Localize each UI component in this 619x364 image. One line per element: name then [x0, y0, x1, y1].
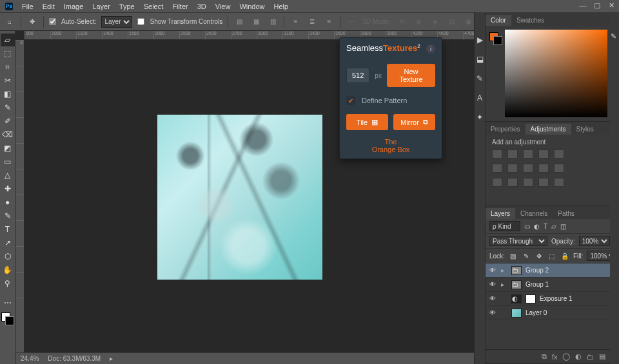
menu-layer[interactable]: Layer — [92, 3, 110, 10]
gradient-tool[interactable]: ◩ — [1, 142, 15, 155]
filter-adj-icon[interactable]: ◐ — [534, 223, 540, 230]
eyedropper-tool[interactable]: ✎ — [1, 101, 15, 114]
adj-invert-icon[interactable] — [492, 178, 502, 187]
tab-paths[interactable]: Paths — [553, 208, 580, 219]
adj-exposure-icon[interactable] — [538, 149, 549, 158]
panel-icon[interactable]: ⬓ — [475, 54, 485, 64]
blend-mode-dropdown[interactable]: Pass Through — [489, 236, 547, 246]
adj-bw-icon[interactable] — [507, 164, 518, 173]
info-icon[interactable]: i — [426, 44, 435, 53]
size-input[interactable]: 512 — [346, 68, 369, 83]
eraser-tool[interactable]: ▭ — [1, 155, 15, 168]
adj-hue-icon[interactable] — [492, 164, 502, 173]
show-transform-checkbox[interactable] — [137, 18, 144, 25]
menu-view[interactable]: View — [215, 3, 231, 10]
adj-gradient-map-icon[interactable] — [538, 178, 549, 187]
tab-color[interactable]: Color — [486, 15, 511, 26]
layer-mask-icon[interactable]: ◯ — [562, 352, 570, 361]
adj-posterize-icon[interactable] — [507, 178, 518, 187]
layer-name[interactable]: Layer 0 — [526, 309, 547, 316]
lock-all-icon[interactable]: 🔒 — [560, 251, 569, 260]
lock-icon[interactable]: ⬚ — [547, 251, 556, 260]
menu-select[interactable]: Select — [144, 3, 164, 10]
menu-file[interactable]: File — [22, 3, 34, 10]
plugin-panel-seamless-textures[interactable]: SeamlessTextures2 i 512 px New Texture ✔… — [339, 37, 442, 159]
home-icon[interactable]: ⌂ — [4, 16, 15, 28]
blur-tool[interactable]: △ — [1, 169, 15, 182]
opacity-input[interactable]: 100% — [579, 236, 610, 246]
lasso-tool[interactable]: ⌗ — [1, 61, 15, 73]
lock-transparent-icon[interactable]: ▨ — [509, 251, 518, 260]
hand-tool[interactable]: ✋ — [1, 263, 15, 276]
layer-filter-input[interactable] — [489, 221, 520, 231]
path-tool[interactable]: ↗ — [1, 236, 15, 249]
layer-name[interactable]: Exposure 1 — [540, 295, 573, 302]
edit-toolbar-icon[interactable]: ⋯ — [1, 296, 15, 309]
new-fill-icon[interactable]: ◐ — [575, 352, 582, 361]
expand-icon[interactable]: ▸ — [501, 267, 507, 274]
visibility-icon[interactable]: 👁 — [489, 267, 497, 274]
lock-pixels-icon[interactable]: ✎ — [522, 251, 531, 260]
tab-swatches[interactable]: Swatches — [511, 15, 549, 26]
visibility-icon[interactable]: 👁 — [489, 281, 497, 288]
mirror-button[interactable]: Mirror⧉ — [393, 114, 435, 130]
brush-panel-icon[interactable]: ✎ — [475, 73, 485, 84]
menu-edit[interactable]: Edit — [43, 3, 55, 10]
dodge-tool[interactable]: ● — [1, 196, 15, 209]
more-icon[interactable]: ⋯ — [346, 16, 357, 28]
menu-filter[interactable]: Filter — [172, 3, 188, 10]
tile-button[interactable]: Tile▦ — [346, 114, 388, 130]
layer-name[interactable]: Group 1 — [526, 281, 549, 288]
adj-threshold-icon[interactable] — [523, 178, 533, 187]
adj-selective-color-icon[interactable] — [554, 178, 564, 187]
character-panel-icon[interactable]: A — [475, 93, 485, 103]
type-tool[interactable]: T — [1, 223, 15, 236]
status-expand-icon[interactable]: ▸ — [110, 355, 113, 362]
menu-image[interactable]: Image — [64, 3, 84, 10]
frame-tool[interactable]: ◧ — [1, 88, 15, 101]
new-texture-button[interactable]: New Texture — [387, 64, 435, 87]
visibility-icon[interactable]: 👁 — [489, 309, 497, 316]
filter-shape-icon[interactable]: ▱ — [551, 223, 556, 230]
adj-photo-filter-icon[interactable] — [523, 164, 533, 173]
filter-pixel-icon[interactable]: ▭ — [524, 223, 530, 230]
align-icon[interactable]: ▤ — [233, 16, 245, 28]
distribute-icon[interactable]: ≣ — [306, 16, 318, 28]
stamp-tool[interactable]: ⌫ — [1, 128, 15, 141]
layer-row[interactable]: 👁 Layer 0 — [486, 306, 619, 320]
link-layers-icon[interactable]: ⧉ — [542, 352, 547, 361]
move-tool[interactable]: ▱ — [1, 34, 15, 46]
document-image[interactable] — [157, 115, 322, 280]
window-maximize[interactable]: ▢ — [593, 1, 601, 9]
color-swatch[interactable] — [1, 312, 14, 325]
color-swatch-pair[interactable] — [489, 32, 502, 45]
brush-tool[interactable]: ✐ — [1, 115, 15, 128]
history-icon[interactable]: ▶ — [475, 35, 485, 45]
layer-name[interactable]: Group 2 — [526, 267, 549, 274]
layer-row[interactable]: 👁 ▸ 🗀 Group 1 — [486, 278, 619, 292]
zoom-tool[interactable]: ⚲ — [1, 277, 15, 290]
crop-tool[interactable]: ✂ — [1, 74, 15, 87]
zoom-level[interactable]: 24.4% — [21, 355, 39, 362]
menu-window[interactable]: Window — [239, 3, 264, 10]
align-icon[interactable]: ▥ — [267, 16, 279, 28]
auto-select-checkbox[interactable] — [49, 18, 56, 25]
lock-position-icon[interactable]: ✥ — [535, 251, 544, 260]
healing-tool[interactable]: ✚ — [1, 182, 15, 195]
menu-3d[interactable]: 3D — [197, 3, 206, 10]
eyedropper-icon[interactable]: ✎ — [611, 32, 618, 40]
layer-fx-icon[interactable]: fx — [552, 353, 558, 361]
doc-size[interactable]: Doc: 63.3M/63.3M — [48, 355, 101, 362]
expand-icon[interactable]: ▸ — [501, 281, 507, 288]
define-pattern-checkbox[interactable]: ✔ — [346, 96, 355, 105]
adj-channel-mixer-icon[interactable] — [538, 164, 549, 173]
tab-layers[interactable]: Layers — [486, 208, 515, 219]
distribute-icon[interactable]: ≡ — [323, 16, 335, 28]
layer-row[interactable]: 👁 ▸ 🗀 Group 2 — [486, 263, 619, 278]
tab-styles[interactable]: Styles — [571, 124, 599, 135]
filter-type-icon[interactable]: T — [544, 223, 547, 230]
move-tool-icon[interactable]: ✥ — [26, 16, 38, 28]
visibility-icon[interactable]: 👁 — [489, 295, 497, 302]
tab-channels[interactable]: Channels — [515, 208, 553, 219]
shape-tool[interactable]: ⬡ — [1, 250, 15, 263]
